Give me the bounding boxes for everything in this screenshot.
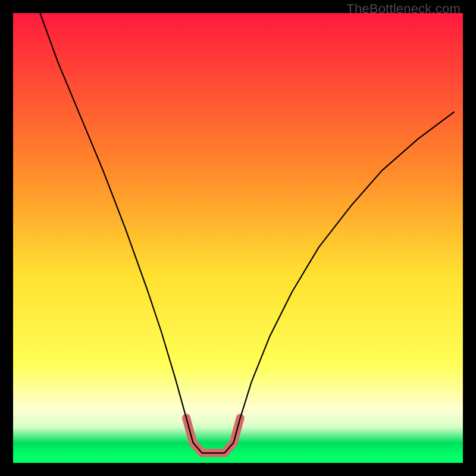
plot-area (13, 13, 463, 463)
gradient-background (13, 13, 463, 463)
outer-black-frame: TheBottleneck.com (0, 0, 476, 476)
chart-svg (13, 13, 463, 463)
watermark-text: TheBottleneck.com (346, 1, 461, 17)
